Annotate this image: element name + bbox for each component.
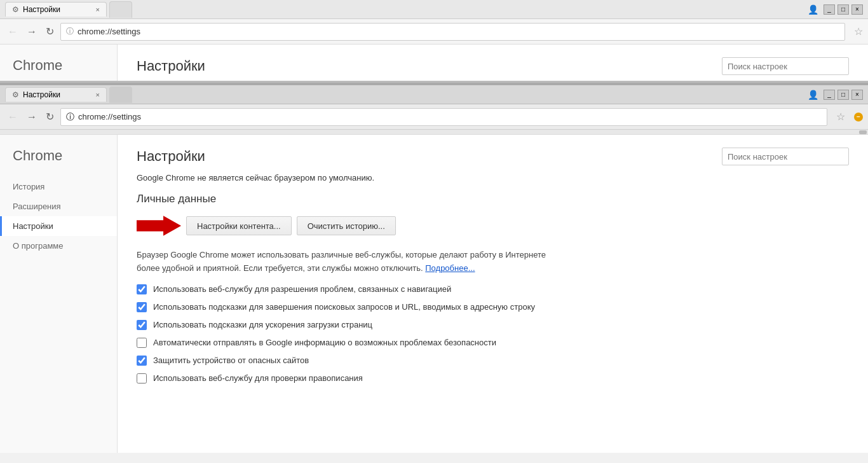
scroll-top-bar [0, 130, 868, 135]
url-text-1: chrome://settings [78, 27, 140, 36]
sidebar-item-settings-2[interactable]: Настройки [0, 216, 117, 236]
checkbox-0[interactable] [137, 284, 147, 294]
checkbox-label-0: Использовать веб-службу для разрешения п… [153, 284, 451, 294]
tab-settings-icon-1: ⚙ [12, 5, 19, 14]
checkbox-3[interactable] [137, 338, 147, 348]
checkbox-row-5: Использовать веб-службу для проверки пра… [137, 373, 849, 384]
page-header-2: Настройки [137, 148, 849, 165]
sidebar-2: Chrome История Расширения Настройки О пр… [0, 135, 118, 453]
button-row: Настройки контента... Очистить историю..… [137, 214, 849, 237]
sidebar-item-about-2[interactable]: О программе [0, 236, 117, 256]
minimize-btn-1[interactable]: _ [824, 4, 835, 15]
chrome-logo-2: Chrome [0, 148, 117, 177]
refresh-btn-1[interactable]: ↻ [43, 23, 57, 40]
title-bar-1: ⚙ Настройки × 👤 _ □ × [0, 0, 868, 19]
checkbox-5[interactable] [137, 373, 147, 384]
back-btn-1[interactable]: ← [5, 24, 20, 40]
nav-bar-1: ← → ↻ ⓘ chrome://settings ☆ [0, 19, 868, 45]
checkboxes-container: Использовать веб-службу для разрешения п… [137, 284, 849, 384]
checkbox-label-5: Использовать веб-службу для проверки пра… [153, 373, 363, 383]
close-btn-1[interactable]: × [851, 4, 863, 15]
not-default-browser-msg: Google Chrome не является сейчас браузер… [137, 173, 849, 183]
tab-2[interactable]: ⚙ Настройки × [5, 87, 107, 102]
person-icon-2: 👤 [808, 90, 818, 100]
main-content-1: Настройки Всегда показывать панель закла… [118, 45, 868, 83]
address-bar-2[interactable]: ⓘ chrome://settings [60, 108, 827, 126]
main-content-2: Настройки Google Chrome не является сейч… [118, 135, 868, 453]
page-title-1: Настройки [137, 58, 205, 74]
red-arrow-icon [137, 214, 181, 237]
lock-icon-2: ⓘ [66, 111, 74, 123]
checkbox-label-1: Использовать подсказки для завершения по… [153, 302, 535, 312]
description-line-2: более удобной и приятной. Если требуется… [137, 263, 423, 273]
second-window: ⚙ Настройки × 👤 _ □ × ← → ↻ ⓘ chrome://s… [0, 85, 868, 453]
tab-label-1: Настройки [23, 5, 60, 14]
maximize-btn-2[interactable]: □ [837, 90, 849, 100]
back-btn-2[interactable]: ← [5, 109, 20, 125]
new-tab-1[interactable] [109, 1, 132, 18]
search-input-2[interactable] [722, 148, 849, 165]
svg-marker-0 [137, 216, 181, 236]
title-bar-2: ⚙ Настройки × 👤 _ □ × [0, 85, 868, 104]
window-controls-1: 👤 _ □ × [808, 4, 863, 15]
page-title-2: Настройки [137, 148, 205, 165]
checkbox-2[interactable] [137, 320, 147, 330]
checkbox-row-3: Автоматически отправлять в Google информ… [137, 338, 849, 348]
refresh-btn-2[interactable]: ↻ [43, 108, 57, 125]
checkbox-label-4: Защитить устройство от опасных сайтов [153, 356, 309, 365]
description-text: Браузер Google Chrome может использовать… [137, 249, 613, 275]
page-header-1: Настройки [137, 57, 849, 75]
scroll-top-indicator[interactable] [859, 130, 867, 134]
nav-bar-2: ← → ↻ ⓘ chrome://settings ☆ − [0, 104, 868, 130]
tab-close-1[interactable]: × [96, 6, 100, 13]
tab-label-2: Настройки [23, 90, 60, 99]
description-line-1: Браузер Google Chrome может использовать… [137, 250, 546, 259]
window-controls-2: 👤 _ □ × [808, 90, 863, 100]
maximize-btn-1[interactable]: □ [837, 4, 849, 15]
checkbox-row-4: Защитить устройство от опасных сайтов [137, 356, 849, 366]
tab-close-2[interactable]: × [96, 91, 100, 99]
address-bar-1[interactable]: ⓘ chrome://settings [60, 23, 845, 41]
checkbox-4[interactable] [137, 356, 147, 366]
checkbox-1[interactable] [137, 302, 147, 312]
orange-notification-dot: − [854, 113, 863, 121]
new-tab-2[interactable] [109, 86, 132, 103]
sidebar-1: Chrome История Расширения [0, 45, 118, 83]
checkbox-row-1: Использовать подсказки для завершения по… [137, 302, 849, 312]
person-icon-1: 👤 [808, 4, 818, 15]
content-area-1: Chrome История Расширения Настройки Всег… [0, 45, 868, 83]
checkbox-label-3: Автоматически отправлять в Google информ… [153, 338, 496, 347]
star-icon-2[interactable]: ☆ [836, 111, 845, 123]
forward-btn-1[interactable]: → [24, 24, 39, 40]
learn-more-link[interactable]: Подробнее... [425, 263, 475, 273]
clear-history-btn[interactable]: Очистить историю... [297, 216, 396, 235]
content-settings-btn[interactable]: Настройки контента... [186, 216, 292, 235]
forward-btn-2[interactable]: → [24, 109, 39, 125]
section-personal-data-title: Личные данные [137, 193, 849, 205]
minimize-btn-2[interactable]: _ [824, 90, 835, 100]
checkbox-label-2: Использовать подсказки для ускорения заг… [153, 320, 372, 329]
sidebar-item-extensions-2[interactable]: Расширения [0, 197, 117, 216]
content-area-2: Chrome История Расширения Настройки О пр… [0, 135, 868, 453]
lock-icon-1: ⓘ [66, 26, 74, 37]
tab-1[interactable]: ⚙ Настройки × [5, 2, 107, 17]
url-text-2: chrome://settings [78, 112, 141, 121]
checkbox-row-0: Использовать веб-службу для разрешения п… [137, 284, 849, 294]
sidebar-item-history-2[interactable]: История [0, 177, 117, 197]
chrome-logo-1: Chrome [0, 57, 117, 83]
checkbox-row-2: Использовать подсказки для ускорения заг… [137, 320, 849, 330]
search-input-1[interactable] [722, 57, 849, 75]
close-btn-2[interactable]: × [851, 90, 863, 100]
tab-settings-icon-2: ⚙ [12, 90, 19, 99]
star-icon-1[interactable]: ☆ [854, 25, 863, 38]
